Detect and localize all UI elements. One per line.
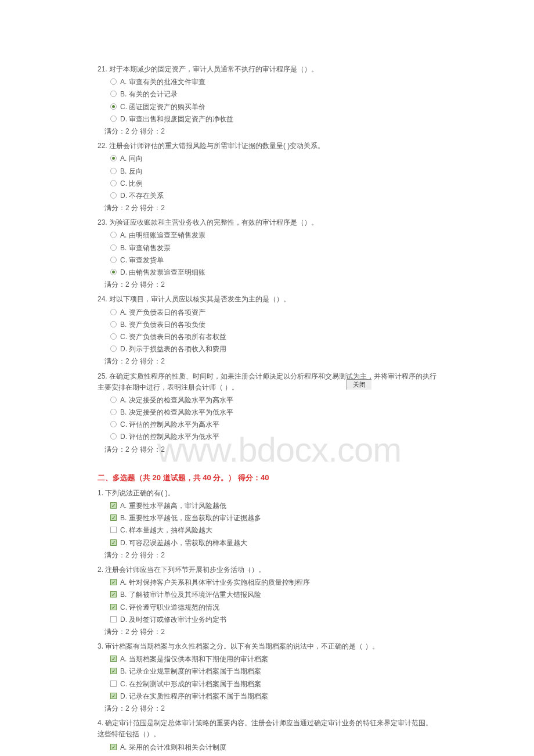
question-block: 25. 在确定实质性程序的性质、时间时，如果注册会计师决定以分析程序和交易测试为… [98, 371, 436, 455]
option-text: C. 函证固定资产的购买单价 [120, 102, 205, 113]
radio-icon[interactable] [110, 168, 117, 174]
option-row[interactable]: B. 有关的会计记录 [110, 89, 436, 100]
checkbox-icon[interactable] [110, 668, 117, 674]
option-row[interactable]: D. 列示于损益表的各项收入和费用 [110, 344, 436, 355]
question-block: 2. 注册会计师应当在下列环节开展初步业务活动（）。A. 针对保持客户关系和具体… [98, 564, 436, 638]
option-list: A. 决定接受的检查风险水平为高水平B. 决定接受的检查风险水平为低水平C. 评… [98, 395, 436, 443]
question-stem: 4. 确定审计范围是制定总体审计策略的重要内容。注册会计师应当通过确定审计业务的… [98, 718, 436, 740]
checkbox-icon[interactable] [110, 527, 117, 533]
question-stem: 24. 对以下项目，审计人员应以核实其是否发生为主的是（）。 [98, 294, 436, 305]
option-row[interactable]: D. 由销售发票追查至明细账 [110, 267, 436, 278]
question-block: 1. 下列说法正确的有( )。A. 重要性水平越高，审计风险越低B. 重要性水平… [98, 488, 436, 561]
radio-icon[interactable] [110, 321, 117, 327]
option-list: A. 同向B. 反向C. 比例D. 不存在关系 [98, 153, 436, 201]
option-text: B. 反向 [120, 166, 143, 177]
option-text: A. 决定接受的检查风险水平为高水平 [120, 395, 233, 406]
option-row[interactable]: D. 审查出售和报废固定资产的净收益 [110, 114, 436, 125]
option-row[interactable]: C. 审查发货单 [110, 255, 436, 266]
option-text: D. 由销售发票追查至明细账 [120, 267, 205, 278]
checkbox-icon[interactable] [110, 514, 117, 521]
radio-icon[interactable] [110, 91, 117, 97]
option-list: A. 当期档案是指仅供本期和下期使用的审计档案B. 记录企业规章制度的审计档案属… [98, 654, 436, 702]
radio-icon[interactable] [110, 180, 117, 186]
option-text: D. 不存在关系 [120, 190, 164, 201]
radio-icon[interactable] [110, 257, 117, 263]
option-row[interactable]: B. 反向 [110, 166, 436, 177]
option-row[interactable]: A. 决定接受的检查风险水平为高水平 [110, 395, 436, 406]
option-row[interactable]: C. 资产负债表日的各项所有者权益 [110, 332, 436, 343]
option-row[interactable]: C. 比例 [110, 178, 436, 189]
option-row[interactable]: C. 样本量越大，抽样风险越大 [110, 525, 436, 536]
option-row[interactable]: A. 审查有关的批准文件审查 [110, 77, 436, 88]
exam-page: 21. 对于本期减少的固定资产，审计人员通常不执行的审计程序是（）。A. 审查有… [0, 0, 534, 756]
option-row[interactable]: D. 及时签订或修改审计业务约定书 [110, 614, 436, 625]
option-row[interactable]: B. 决定接受的检查风险水平为低水平 [110, 407, 436, 418]
radio-icon[interactable] [110, 433, 117, 440]
score-line: 满分：2 分 得分：2 [98, 627, 436, 638]
option-row[interactable]: B. 了解被审计单位及其环境评估重大错报风险 [110, 589, 436, 600]
radio-icon[interactable] [110, 244, 117, 251]
option-text: D. 记录在实质性程序的审计档案不属于当期档案 [120, 691, 268, 702]
checkbox-icon[interactable] [110, 616, 117, 622]
radio-icon[interactable] [110, 269, 117, 275]
question-stem: 25. 在确定实质性程序的性质、时间时，如果注册会计师决定以分析程序和交易测试为… [98, 371, 436, 393]
score-line: 满分：2 分 得分：2 [98, 203, 436, 214]
option-list: A. 采用的会计准则和相关会计制度B. 特定行业的报告要求C. 以及被审计单位组… [98, 742, 436, 756]
checkbox-icon[interactable] [110, 681, 117, 687]
option-row[interactable]: B. 资产负债表日的各项负债 [110, 319, 436, 330]
option-row[interactable]: A. 同向 [110, 153, 436, 164]
radio-icon[interactable] [110, 421, 117, 427]
option-text: D. 审查出售和报废固定资产的净收益 [120, 114, 233, 125]
checkbox-icon[interactable] [110, 693, 117, 699]
radio-icon[interactable] [110, 409, 117, 415]
radio-icon[interactable] [110, 192, 117, 199]
option-row[interactable]: B. 记录企业规章制度的审计档案属于当期档案 [110, 666, 436, 677]
radio-icon[interactable] [110, 232, 117, 238]
checkbox-icon[interactable] [110, 744, 117, 750]
checkbox-icon[interactable] [110, 604, 117, 610]
option-text: B. 资产负债表日的各项负债 [120, 319, 205, 330]
option-list: A. 针对保持客户关系和具体审计业务实施相应的质量控制程序B. 了解被审计单位及… [98, 577, 436, 625]
section-header-multi: 二、多选题（共 20 道试题，共 40 分。） 得分：40 [98, 473, 436, 483]
option-text: C. 样本量越大，抽样风险越大 [120, 525, 212, 536]
option-row[interactable]: A. 采用的会计准则和相关会计制度 [110, 742, 436, 753]
question-stem: 3. 审计档案有当期档案与永久性档案之分。以下有关当期档案的说法中，不正确的是（… [98, 641, 436, 652]
option-row[interactable]: D. 记录在实质性程序的审计档案不属于当期档案 [110, 691, 436, 702]
question-block: 4. 确定审计范围是制定总体审计策略的重要内容。注册会计师应当通过确定审计业务的… [98, 718, 436, 756]
radio-icon[interactable] [110, 397, 117, 403]
option-row[interactable]: D. 评估的控制风险水平为低水平 [110, 431, 436, 442]
option-row[interactable]: A. 资产负债表日的各项资产 [110, 307, 436, 318]
option-row[interactable]: B. 审查销售发票 [110, 243, 436, 254]
radio-icon[interactable] [110, 333, 117, 340]
section-single-choice: 21. 对于本期减少的固定资产，审计人员通常不执行的审计程序是（）。A. 审查有… [98, 64, 436, 455]
radio-icon[interactable] [110, 78, 117, 85]
checkbox-icon[interactable] [110, 579, 117, 585]
option-text: B. 有关的会计记录 [120, 89, 178, 100]
checkbox-icon[interactable] [110, 539, 117, 546]
option-text: C. 审查发货单 [120, 255, 164, 266]
option-text: D. 评估的控制风险水平为低水平 [120, 431, 219, 442]
option-row[interactable]: A. 当期档案是指仅供本期和下期使用的审计档案 [110, 654, 436, 665]
option-text: D. 及时签订或修改审计业务约定书 [120, 614, 226, 625]
option-row[interactable]: A. 重要性水平越高，审计风险越低 [110, 501, 436, 512]
checkbox-icon[interactable] [110, 656, 117, 662]
option-row[interactable]: D. 不存在关系 [110, 190, 436, 201]
radio-icon[interactable] [110, 345, 117, 352]
option-text: B. 了解被审计单位及其环境评估重大错报风险 [120, 589, 261, 600]
option-row[interactable]: C. 评价遵守职业道德规范的情况 [110, 602, 436, 613]
checkbox-icon[interactable] [110, 591, 117, 597]
checkbox-icon[interactable] [110, 502, 117, 509]
option-row[interactable]: B. 重要性水平越低，应当获取的审计证据越多 [110, 513, 436, 524]
option-row[interactable]: C. 函证固定资产的购买单价 [110, 102, 436, 113]
radio-icon[interactable] [110, 116, 117, 122]
radio-icon[interactable] [110, 309, 117, 315]
close-button[interactable]: 关闭 [347, 379, 371, 390]
option-row[interactable]: D. 可容忍误差越小，需获取的样本量越大 [110, 538, 436, 549]
option-row[interactable]: C. 在控制测试中形成的审计档案属于当期档案 [110, 679, 436, 690]
option-row[interactable]: A. 由明细账追查至销售发票 [110, 230, 436, 241]
option-text: C. 在控制测试中形成的审计档案属于当期档案 [120, 679, 261, 690]
option-row[interactable]: C. 评估的控制风险水平为高水平 [110, 419, 436, 430]
radio-icon[interactable] [110, 155, 117, 161]
option-row[interactable]: A. 针对保持客户关系和具体审计业务实施相应的质量控制程序 [110, 577, 436, 588]
radio-icon[interactable] [110, 103, 117, 110]
